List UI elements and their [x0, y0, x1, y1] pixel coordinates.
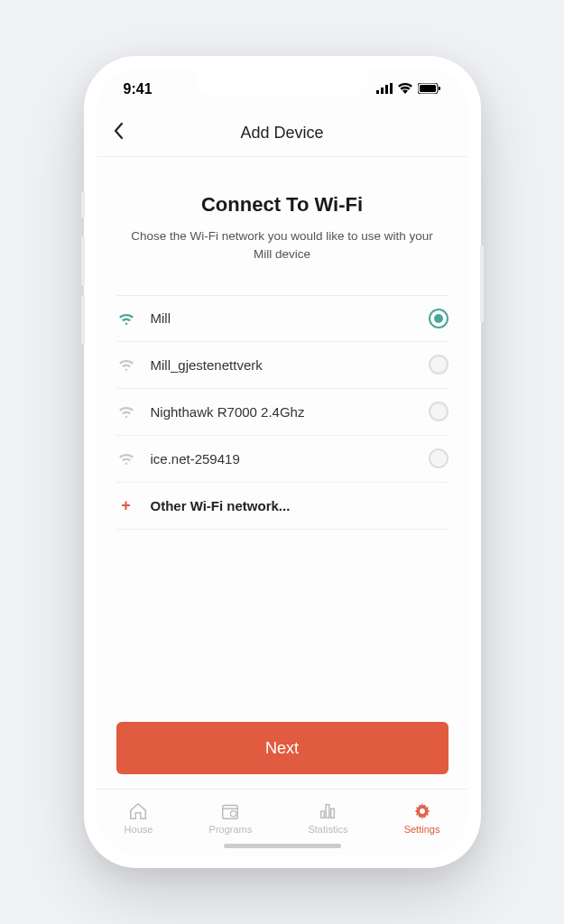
wifi-row-gjestenettverk[interactable]: Mill_gjestenettverk — [116, 342, 448, 389]
stats-icon — [318, 801, 337, 821]
notch — [197, 69, 368, 96]
svg-point-9 — [231, 811, 236, 817]
wifi-name: Mill — [151, 310, 429, 326]
svg-rect-3 — [390, 83, 393, 94]
tab-statistics[interactable]: Statistics — [308, 801, 347, 835]
wifi-icon — [116, 358, 136, 371]
tab-programs[interactable]: Programs — [209, 801, 253, 835]
house-icon — [128, 801, 148, 821]
tab-house[interactable]: House — [125, 801, 153, 835]
tab-label: House — [125, 824, 153, 835]
svg-rect-10 — [321, 811, 325, 818]
plus-icon: + — [116, 496, 136, 515]
tab-settings[interactable]: Settings — [404, 801, 440, 835]
status-time: 9:41 — [124, 81, 153, 97]
next-button-label: Next — [265, 739, 299, 758]
svg-rect-1 — [381, 88, 384, 94]
wifi-icon — [116, 452, 136, 465]
home-indicator[interactable] — [224, 844, 341, 848]
svg-rect-11 — [327, 805, 330, 818]
radio-unselected[interactable] — [429, 355, 448, 374]
radio-selected[interactable] — [429, 309, 448, 328]
svg-rect-5 — [420, 85, 436, 92]
chevron-left-icon — [113, 122, 124, 140]
svg-rect-0 — [376, 90, 379, 94]
phone-frame: 9:41 Add Device Connect To Wi-Fi Cho — [84, 56, 481, 868]
wifi-name: Mill_gjestenettverk — [151, 357, 429, 373]
radio-unselected[interactable] — [429, 402, 448, 421]
wifi-row-mill[interactable]: Mill — [116, 295, 448, 342]
radio-unselected[interactable] — [429, 448, 448, 468]
other-network-label: Other Wi-Fi network... — [151, 498, 291, 513]
nav-header: Add Device — [97, 110, 468, 157]
back-button[interactable] — [113, 122, 124, 145]
wifi-name: Nighthawk R7000 2.4Ghz — [151, 404, 429, 420]
page-title: Add Device — [240, 124, 323, 143]
gear-icon — [412, 801, 432, 821]
other-network-button[interactable]: + Other Wi-Fi network... — [116, 483, 448, 530]
cellular-icon — [376, 81, 393, 97]
calendar-icon — [220, 801, 240, 821]
tab-label: Settings — [404, 824, 440, 835]
tab-label: Statistics — [308, 824, 347, 835]
content-heading: Connect To Wi-Fi — [116, 193, 448, 217]
wifi-row-icenet[interactable]: ice.net-259419 — [116, 436, 448, 483]
battery-icon — [418, 81, 441, 97]
next-button[interactable]: Next — [116, 722, 448, 774]
tab-label: Programs — [209, 824, 253, 835]
svg-rect-2 — [385, 85, 388, 94]
wifi-icon — [116, 312, 136, 325]
wifi-icon — [116, 405, 136, 418]
wifi-status-icon — [398, 81, 412, 97]
svg-rect-12 — [331, 808, 335, 818]
svg-rect-6 — [439, 87, 440, 90]
screen: 9:41 Add Device Connect To Wi-Fi Cho — [97, 69, 468, 855]
wifi-name: ice.net-259419 — [151, 451, 429, 467]
content-subheading: Chose the Wi-Fi network you would like t… — [116, 227, 448, 264]
wifi-row-nighthawk[interactable]: Nighthawk R7000 2.4Ghz — [116, 389, 448, 436]
svg-point-14 — [420, 808, 425, 814]
wifi-list: Mill Mill_gjestenettverk Nighthawk R7000… — [116, 295, 448, 530]
status-indicators — [376, 81, 441, 97]
content: Connect To Wi-Fi Chose the Wi-Fi network… — [97, 157, 468, 789]
